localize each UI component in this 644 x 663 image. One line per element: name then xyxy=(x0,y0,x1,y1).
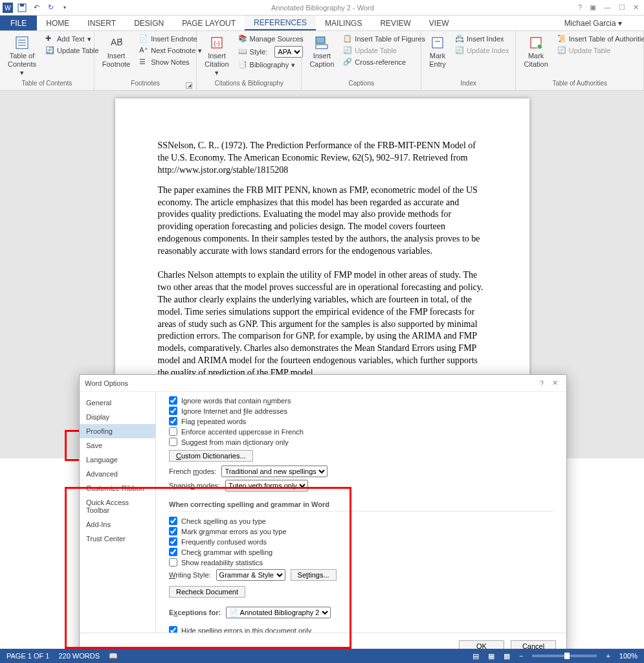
svg-rect-13 xyxy=(316,45,328,49)
save-icon[interactable] xyxy=(17,3,27,13)
cross-reference-button[interactable]: 🔗Cross-reference xyxy=(340,57,428,67)
nav-proofing[interactable]: Proofing xyxy=(80,424,155,438)
nav-display[interactable]: Display xyxy=(80,410,155,424)
zoom-out-icon[interactable]: − xyxy=(519,652,523,660)
nav-quick-access-toolbar[interactable]: Quick Access Toolbar xyxy=(80,495,155,517)
status-page[interactable]: PAGE 1 OF 1 xyxy=(6,652,49,660)
tab-references[interactable]: REFERENCES xyxy=(245,16,316,30)
update-index-button[interactable]: 🔄Update Index xyxy=(452,45,511,56)
minimize-icon[interactable]: — xyxy=(604,3,611,12)
share-icon[interactable] xyxy=(628,16,644,30)
check-grammar-as-type[interactable]: Mark grammar errors as you type xyxy=(169,527,553,535)
maximize-icon[interactable]: ☐ xyxy=(619,3,625,12)
view-print-icon[interactable]: ▦ xyxy=(488,652,494,660)
nav-trust-center[interactable]: Trust Center xyxy=(80,532,155,546)
settings-button[interactable]: Settings... xyxy=(291,569,337,581)
next-footnote-button[interactable]: A⁺Next Footnote ▾ xyxy=(137,45,205,56)
update-toa-button[interactable]: 🔄Update Table xyxy=(555,45,644,56)
file-tab[interactable]: FILE xyxy=(0,16,37,30)
tab-design[interactable]: DESIGN xyxy=(125,16,173,30)
options-nav: General Display Proofing Save Language A… xyxy=(80,392,156,633)
zoom-in-icon[interactable]: + xyxy=(606,652,610,660)
check-grammar-with-spelling[interactable]: Check grammar with spelling xyxy=(169,548,553,556)
mark-entry-button[interactable]: Mark Entry xyxy=(425,34,450,70)
svg-rect-3 xyxy=(20,4,24,6)
exceptions-select[interactable]: 📄 Annotated Bibliography 2 xyxy=(226,607,331,618)
tab-home[interactable]: HOME xyxy=(37,16,78,30)
ribbon-display-icon[interactable]: ▣ xyxy=(590,3,596,12)
svg-rect-12 xyxy=(316,37,325,43)
redo-icon[interactable]: ↻ xyxy=(45,3,56,13)
check-suggest-main[interactable]: Suggest from main dictionary only xyxy=(169,438,553,446)
nav-save[interactable]: Save xyxy=(80,438,155,453)
nav-customize-ribbon[interactable]: Customize Ribbon xyxy=(80,481,155,495)
french-modes-select[interactable]: Traditional and new spellings xyxy=(221,466,328,477)
check-spelling-as-type[interactable]: Check spelling as you type xyxy=(169,517,553,525)
citation-style-select[interactable]: 📖Style: APA xyxy=(236,45,306,58)
insert-toa-button[interactable]: 📜Insert Table of Authorities xyxy=(555,34,644,44)
insert-footnote-button[interactable]: AB1 Insert Footnote xyxy=(98,34,134,70)
options-content[interactable]: Ignore words that contain numbers Ignore… xyxy=(156,392,566,633)
recheck-document-button[interactable]: Recheck Document xyxy=(169,586,245,598)
check-hide-spelling[interactable]: Hide spelling errors in this document on… xyxy=(169,626,553,633)
tab-page-layout[interactable]: PAGE LAYOUT xyxy=(173,16,245,30)
word-icon: W xyxy=(3,3,13,13)
dialog-help-icon[interactable]: ? xyxy=(535,379,548,387)
svg-point-17 xyxy=(537,44,542,49)
tab-mailings[interactable]: MAILINGS xyxy=(316,16,371,30)
svg-text:(-): (-) xyxy=(214,40,219,47)
status-words[interactable]: 220 WORDS xyxy=(58,652,100,660)
word-options-dialog: Word Options ? ✕ General Display Proofin… xyxy=(79,374,567,659)
writing-style-select[interactable]: Grammar & Style xyxy=(216,569,285,581)
insert-caption-button[interactable]: Insert Caption xyxy=(305,34,338,70)
undo-icon[interactable]: ↶ xyxy=(31,3,41,13)
bibliography-button[interactable]: 📑Bibliography ▾ xyxy=(236,60,306,70)
svg-text:1: 1 xyxy=(120,37,123,43)
svg-text:W: W xyxy=(5,5,11,12)
footnotes-launcher-icon[interactable]: ◢ xyxy=(186,82,192,89)
qat-more-icon[interactable]: ▾ xyxy=(60,3,70,13)
insert-citation-button[interactable]: (-) Insert Citation▾ xyxy=(201,34,232,78)
close-icon[interactable]: ✕ xyxy=(633,3,639,12)
update-tof-button[interactable]: 🔄Update Table xyxy=(340,45,428,56)
mark-citation-button[interactable]: Mark Citation xyxy=(520,34,551,70)
tab-review[interactable]: REVIEW xyxy=(371,16,419,30)
custom-dictionaries-button[interactable]: Custom Dictionaries... xyxy=(169,450,253,462)
nav-language[interactable]: Language xyxy=(80,453,155,467)
table-of-contents-button[interactable]: Table of Contents▾ xyxy=(4,34,40,78)
nav-add-ins[interactable]: Add-Ins xyxy=(80,517,155,532)
help-icon[interactable]: ? xyxy=(578,3,582,12)
nav-advanced[interactable]: Advanced xyxy=(80,467,155,481)
account-menu[interactable]: Michael Garcia ▾ xyxy=(558,16,628,30)
spanish-modes-label: Spanish modes: xyxy=(169,482,220,489)
insert-index-button[interactable]: 📇Insert Index xyxy=(452,34,511,44)
doc-paragraph: Charles Nelson attempts to explain the u… xyxy=(158,269,487,379)
check-frequently-confused[interactable]: Frequently confused words xyxy=(169,537,553,546)
check-enforce-french[interactable]: Enforce accented uppercase in French xyxy=(169,427,553,436)
zoom-slider[interactable] xyxy=(532,655,597,657)
spell-check-icon[interactable]: 📖 xyxy=(109,652,118,660)
spanish-modes-select[interactable]: Tuteo verb forms only xyxy=(225,480,308,491)
manage-sources-button[interactable]: 📚Manage Sources xyxy=(236,34,306,44)
check-flag-repeated[interactable]: Flag repeated words xyxy=(169,417,553,425)
update-toc-button[interactable]: 🔄Update Table xyxy=(43,45,102,56)
show-notes-button[interactable]: ☰Show Notes xyxy=(137,57,205,67)
insert-table-of-figures-button[interactable]: 📋Insert Table of Figures xyxy=(340,34,428,44)
tab-view[interactable]: VIEW xyxy=(420,16,458,30)
check-ignore-numbers[interactable]: Ignore words that contain numbers xyxy=(169,396,553,405)
view-read-icon[interactable]: ▤ xyxy=(472,652,479,660)
zoom-level[interactable]: 100% xyxy=(619,652,638,660)
check-readability[interactable]: Show readability statistics xyxy=(169,558,553,567)
french-modes-label: French modes: xyxy=(169,467,216,475)
check-ignore-internet[interactable]: Ignore Internet and file addresses xyxy=(169,407,553,415)
window-title: Annotated Bibliography 2 - Word xyxy=(72,4,573,12)
dialog-close-icon[interactable]: ✕ xyxy=(548,379,561,387)
tab-insert[interactable]: INSERT xyxy=(78,16,125,30)
insert-endnote-button[interactable]: 📄Insert Endnote xyxy=(137,34,205,44)
status-bar: PAGE 1 OF 1 220 WORDS 📖 ▤ ▦ ▩ − + 100% xyxy=(0,649,644,663)
section-heading: When correcting spelling and grammar in … xyxy=(169,500,553,511)
add-text-button[interactable]: ✚Add Text ▾ xyxy=(43,34,102,44)
nav-general[interactable]: General xyxy=(80,396,155,410)
dialog-title: Word Options xyxy=(85,379,128,387)
view-web-icon[interactable]: ▩ xyxy=(504,652,510,660)
